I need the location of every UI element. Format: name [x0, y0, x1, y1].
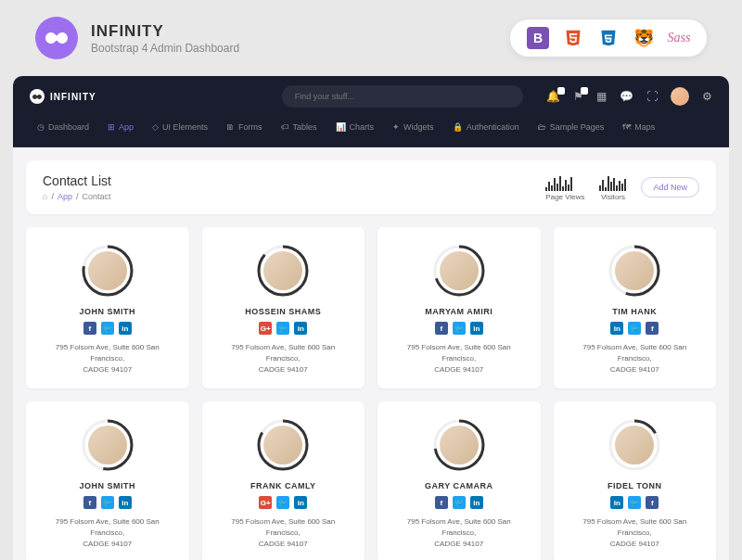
nav-dashboard[interactable]: ◷ Dashboard — [30, 117, 96, 137]
breadcrumb-current: Contact — [82, 192, 110, 201]
in-icon[interactable]: in — [470, 322, 483, 335]
brand-subtitle: Bootstrap 4 Admin Dashboard — [91, 42, 239, 55]
contact-card: FRANK CAMLY G+🐦in 795 Folsom Ave, Suite … — [202, 401, 365, 560]
nav-widgets[interactable]: ✦ Widgets — [385, 117, 441, 137]
avatar-image — [263, 251, 302, 290]
fb-icon[interactable]: f — [83, 322, 96, 335]
content-area: Contact List ⌂ / App / Contact Page View… — [13, 147, 729, 560]
social-links: G+🐦in — [211, 322, 356, 335]
add-new-button[interactable]: Add New — [641, 177, 699, 197]
contact-card: TIM HANK in🐦f 795 Folsom Ave, Suite 600 … — [554, 227, 717, 388]
contact-name: HOSSEIN SHAMS — [211, 307, 356, 316]
nav-maps[interactable]: 🗺 Maps — [615, 117, 662, 137]
in-icon[interactable]: in — [119, 322, 132, 335]
nav-forms[interactable]: 🗎 Forms — [219, 117, 270, 137]
breadcrumb-app[interactable]: App — [58, 192, 72, 201]
user-avatar[interactable] — [671, 87, 689, 106]
topbar: INFINITY 🔔 ⚑ ▦ 💬 ⛶ ⚙ — [13, 76, 729, 117]
avatar-image — [615, 426, 654, 465]
notifications-icon[interactable]: 🔔 — [546, 90, 560, 103]
tw-icon[interactable]: 🐦 — [276, 496, 289, 509]
app-window: INFINITY 🔔 ⚑ ▦ 💬 ⛶ ⚙ ◷ Dashboard ⊞ App ◇… — [13, 76, 729, 560]
grid-icon[interactable]: ▦ — [596, 90, 607, 103]
brand: INFINITY Bootstrap 4 Admin Dashboard — [35, 17, 239, 59]
nav-tables[interactable]: 🏷 Tables — [274, 117, 325, 137]
contact-address: 795 Folsom Ave, Suite 600 SanFrancisco,C… — [563, 342, 708, 375]
in-icon[interactable]: in — [294, 322, 307, 335]
fullscreen-icon[interactable]: ⛶ — [646, 90, 658, 103]
social-links: G+🐦in — [211, 496, 356, 509]
nav-app[interactable]: ⊞ App — [100, 117, 141, 137]
nav-authentication[interactable]: 🔒 Authentication — [445, 117, 527, 137]
tech-badges: B 🐯 Sass — [510, 19, 707, 57]
contact-card: FIDEL TONN in🐦f 795 Folsom Ave, Suite 60… — [554, 401, 717, 560]
fb-icon[interactable]: f — [646, 496, 659, 509]
sparkline-pageviews: Page Views — [545, 174, 584, 201]
gp-icon[interactable]: G+ — [259, 496, 272, 509]
avatar-image — [88, 251, 127, 290]
fb-icon[interactable]: f — [83, 496, 96, 509]
fb-icon[interactable]: f — [435, 322, 448, 335]
avatar-ring — [608, 418, 661, 472]
contact-name: FRANK CAMLY — [211, 481, 356, 490]
contact-address: 795 Folsom Ave, Suite 600 SanFrancisco,C… — [35, 516, 180, 550]
tw-icon[interactable]: 🐦 — [453, 322, 466, 335]
brand-title: INFINITY — [91, 22, 239, 41]
avatar-ring — [81, 418, 134, 472]
contact-address: 795 Folsom Ave, Suite 600 SanFrancisco,C… — [563, 516, 708, 550]
avatar-image — [440, 251, 479, 290]
contact-card: MARYAM AMIRI f🐦in 795 Folsom Ave, Suite … — [377, 227, 541, 388]
sass-icon: Sass — [668, 27, 690, 49]
social-links: f🐦in — [35, 322, 180, 335]
social-links: f🐦in — [387, 496, 531, 509]
tw-icon[interactable]: 🐦 — [628, 496, 641, 509]
contact-address: 795 Folsom Ave, Suite 600 SanFrancisco,C… — [387, 516, 531, 550]
breadcrumb-home[interactable]: ⌂ — [43, 192, 47, 201]
nav-charts[interactable]: 📊 Charts — [328, 117, 382, 137]
grunt-icon: 🐯 — [633, 27, 655, 49]
messages-icon[interactable]: ⚑ — [573, 90, 583, 103]
nav-ui-elements[interactable]: ◇ UI Elements — [145, 117, 215, 137]
tw-icon[interactable]: 🐦 — [101, 496, 114, 509]
tw-icon[interactable]: 🐦 — [276, 322, 289, 335]
avatar-ring — [81, 244, 134, 298]
in-icon[interactable]: in — [610, 322, 623, 335]
search-input[interactable] — [282, 85, 523, 108]
in-icon[interactable]: in — [294, 496, 307, 509]
contact-card: JOHN SMITH f🐦in 795 Folsom Ave, Suite 60… — [26, 227, 189, 388]
main-nav: ◷ Dashboard ⊞ App ◇ UI Elements 🗎 Forms … — [13, 117, 729, 147]
social-links: f🐦in — [387, 322, 531, 335]
bootstrap-icon: B — [527, 27, 549, 49]
avatar-ring — [432, 418, 486, 472]
in-icon[interactable]: in — [119, 496, 132, 509]
gp-icon[interactable]: G+ — [259, 322, 272, 335]
in-icon[interactable]: in — [470, 496, 483, 509]
avatar-image — [263, 426, 302, 465]
settings-icon[interactable]: ⚙ — [702, 90, 712, 103]
tw-icon[interactable]: 🐦 — [628, 322, 641, 335]
contact-address: 795 Folsom Ave, Suite 600 SanFrancisco,C… — [211, 342, 356, 375]
page-title: Contact List — [43, 173, 111, 188]
chat-icon[interactable]: 💬 — [620, 90, 633, 103]
app-logo[interactable]: INFINITY — [30, 89, 96, 104]
contact-name: JOHN SMITH — [35, 307, 180, 316]
contact-grid: JOHN SMITH f🐦in 795 Folsom Ave, Suite 60… — [26, 227, 716, 560]
avatar-ring — [432, 244, 486, 298]
contact-name: JOHN SMITH — [35, 481, 180, 490]
nav-sample-pages[interactable]: 🗁 Sample Pages — [531, 117, 612, 137]
contact-card: GARY CAMARA f🐦in 795 Folsom Ave, Suite 6… — [377, 401, 541, 560]
app-logo-text: INFINITY — [50, 92, 96, 102]
fb-icon[interactable]: f — [435, 496, 448, 509]
infinity-logo-icon — [35, 17, 78, 59]
avatar-image — [615, 251, 654, 290]
avatar-image — [88, 426, 127, 465]
contact-name: GARY CAMARA — [387, 481, 531, 490]
contact-card: HOSSEIN SHAMS G+🐦in 795 Folsom Ave, Suit… — [202, 227, 365, 388]
tw-icon[interactable]: 🐦 — [453, 496, 466, 509]
in-icon[interactable]: in — [610, 496, 623, 509]
search-container — [282, 85, 523, 108]
tw-icon[interactable]: 🐦 — [101, 322, 114, 335]
fb-icon[interactable]: f — [646, 322, 659, 335]
contact-address: 795 Folsom Ave, Suite 600 SanFrancisco,C… — [211, 516, 356, 550]
html5-icon — [562, 27, 584, 49]
